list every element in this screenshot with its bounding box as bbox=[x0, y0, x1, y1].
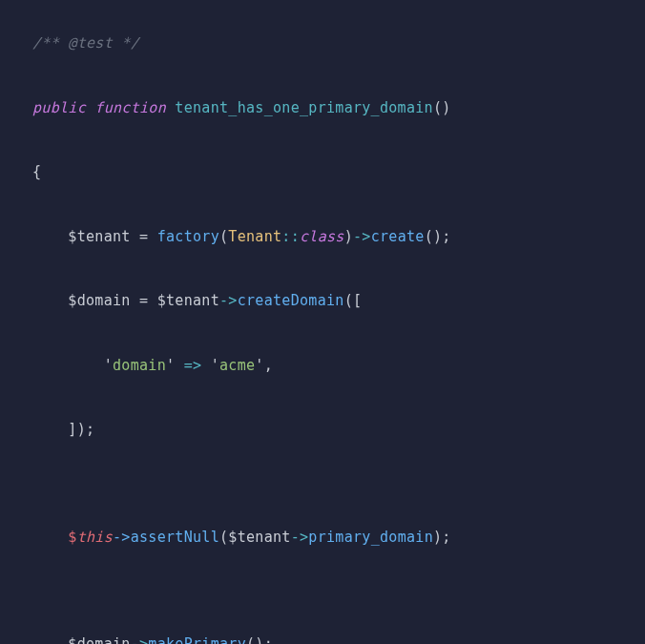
class-name: Tenant bbox=[228, 228, 281, 245]
code-line: $domain = $tenant->createDomain([ bbox=[32, 290, 645, 312]
variable: $tenant bbox=[228, 529, 290, 546]
method-call: create bbox=[371, 228, 425, 245]
code-line: $this->assertNull($tenant->primary_domai… bbox=[32, 527, 645, 549]
code-line: 'domain' => 'acme', bbox=[32, 355, 645, 377]
function-call: factory bbox=[157, 228, 219, 245]
code-block: /** @test */ public function tenant_has_… bbox=[32, 32, 645, 644]
this-keyword: this bbox=[77, 529, 113, 546]
variable: $tenant bbox=[157, 292, 219, 309]
method-call: assertNull bbox=[131, 529, 219, 546]
code-line: { bbox=[32, 161, 645, 183]
code-line: $domain->makePrimary(); bbox=[32, 634, 645, 644]
static-class: class bbox=[300, 228, 344, 245]
string-key: domain bbox=[113, 357, 166, 374]
bracket-close: ]); bbox=[68, 421, 94, 438]
string-value: acme bbox=[219, 357, 255, 374]
function-name: tenant_has_one_primary_domain bbox=[175, 99, 433, 116]
comment: /** @test */ bbox=[32, 34, 139, 52]
method-call: createDomain bbox=[238, 292, 344, 309]
code-line: /** @test */ bbox=[32, 32, 645, 54]
brace-open: { bbox=[32, 163, 41, 180]
keyword-function: function bbox=[94, 99, 166, 116]
method-call: makePrimary bbox=[148, 635, 246, 644]
parentheses: () bbox=[433, 99, 451, 116]
code-line: public function tenant_has_one_primary_d… bbox=[32, 97, 645, 119]
keyword-public: public bbox=[32, 99, 86, 116]
property: primary_domain bbox=[308, 529, 433, 546]
variable: $domain bbox=[68, 292, 130, 309]
code-line: ]); bbox=[32, 419, 645, 441]
code-line: $tenant = factory(Tenant::class)->create… bbox=[32, 226, 645, 248]
variable: $domain bbox=[68, 635, 130, 644]
variable: $tenant bbox=[68, 228, 130, 245]
